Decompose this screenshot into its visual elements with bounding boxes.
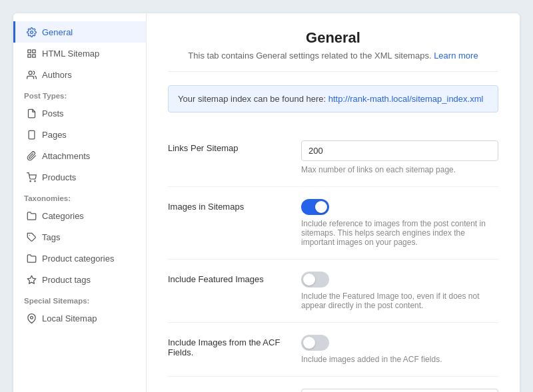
learn-more-link[interactable]: Learn more bbox=[434, 51, 478, 61]
location-icon bbox=[26, 313, 37, 323]
svg-rect-3 bbox=[27, 54, 30, 57]
sidebar-item-html-sitemap[interactable]: HTML Sitemap bbox=[13, 43, 146, 64]
setting-include-featured-images: Include Featured Images Include the Feat… bbox=[168, 260, 498, 323]
help-include-acf-images: Include images added in the ACF fields. bbox=[301, 355, 498, 364]
section-label-taxonomies: Taxonomies: bbox=[13, 188, 146, 205]
users-icon bbox=[26, 69, 37, 80]
section-label-post-types: Post Types: bbox=[13, 85, 146, 102]
toggle-include-featured-images[interactable] bbox=[301, 272, 329, 288]
sidebar-label-product-categories: Product categories bbox=[42, 254, 114, 264]
sidebar: General HTML Sitemap Authors bbox=[13, 13, 147, 392]
label-links-per-sitemap: Links Per Sitemap bbox=[168, 140, 288, 153]
input-exclude-posts[interactable] bbox=[301, 389, 498, 392]
sidebar-label-posts: Posts bbox=[42, 108, 64, 118]
setting-links-per-sitemap: Links Per Sitemap Max number of links on… bbox=[168, 128, 498, 187]
sidebar-item-tags[interactable]: Tags bbox=[13, 226, 146, 248]
input-links-per-sitemap[interactable] bbox=[301, 140, 498, 161]
svg-point-10 bbox=[30, 316, 33, 319]
sidebar-item-product-categories[interactable]: Product categories bbox=[13, 248, 146, 269]
sidebar-label-authors: Authors bbox=[42, 70, 72, 80]
grid-icon bbox=[26, 48, 37, 59]
sidebar-label-products: Products bbox=[42, 172, 76, 182]
label-exclude-posts: Exclude Posts bbox=[168, 389, 288, 392]
svg-point-8 bbox=[34, 180, 35, 181]
sidebar-item-products[interactable]: Products bbox=[13, 166, 146, 188]
control-exclude-posts bbox=[301, 389, 498, 392]
cart-icon bbox=[26, 172, 37, 182]
sidebar-label-general: General bbox=[42, 27, 73, 37]
toggle-include-acf-images[interactable] bbox=[301, 335, 329, 351]
control-include-featured-images: Include the Featured Image too, even if … bbox=[301, 272, 498, 310]
content-header: General This tab contains General settin… bbox=[168, 29, 498, 72]
info-banner-text: Your sitemap index can be found here: bbox=[178, 94, 326, 104]
info-banner: Your sitemap index can be found here: ht… bbox=[168, 85, 498, 112]
folder-open-icon bbox=[26, 253, 37, 264]
label-include-featured-images: Include Featured Images bbox=[168, 272, 288, 284]
section-label-special-sitemaps: Special Sitemaps: bbox=[13, 290, 146, 307]
page-title: General bbox=[168, 29, 498, 47]
setting-include-acf-images: Include Images from the ACF Fields. Incl… bbox=[168, 323, 498, 377]
sidebar-label-pages: Pages bbox=[42, 130, 67, 140]
sidebar-item-local-sitemap[interactable]: Local Sitemap bbox=[13, 307, 146, 329]
control-include-acf-images: Include images added in the ACF fields. bbox=[301, 335, 498, 364]
sidebar-label-html-sitemap: HTML Sitemap bbox=[42, 49, 99, 59]
paperclip-icon bbox=[26, 150, 37, 161]
svg-point-5 bbox=[29, 71, 32, 74]
sidebar-label-attachments: Attachments bbox=[42, 151, 90, 161]
help-links-per-sitemap: Max number of links on each sitemap page… bbox=[301, 165, 498, 174]
tag-icon bbox=[26, 232, 37, 242]
sidebar-item-pages[interactable]: Pages bbox=[13, 124, 146, 145]
svg-rect-1 bbox=[27, 49, 30, 52]
sidebar-label-categories: Categories bbox=[42, 211, 84, 221]
setting-images-in-sitemaps: Images in Sitemaps Include reference to … bbox=[168, 187, 498, 260]
sidebar-label-tags: Tags bbox=[42, 232, 60, 242]
folder-icon bbox=[26, 210, 37, 221]
main-card: General HTML Sitemap Authors bbox=[13, 13, 520, 392]
setting-exclude-posts: Exclude Posts bbox=[168, 377, 498, 392]
sidebar-item-general[interactable]: General bbox=[13, 21, 146, 43]
diamond-icon bbox=[26, 274, 37, 285]
gear-icon bbox=[26, 27, 37, 37]
sidebar-item-product-tags[interactable]: Product tags bbox=[13, 269, 146, 290]
sidebar-label-local-sitemap: Local Sitemap bbox=[42, 313, 97, 323]
svg-point-0 bbox=[30, 31, 33, 33]
sitemap-link[interactable]: http://rank-math.local/sitemap_index.xml bbox=[328, 94, 484, 104]
subtitle-text: This tab contains General settings relat… bbox=[188, 51, 431, 61]
control-links-per-sitemap: Max number of links on each sitemap page… bbox=[301, 140, 498, 174]
sidebar-item-categories[interactable]: Categories bbox=[13, 205, 146, 226]
outer-container: General HTML Sitemap Authors bbox=[0, 0, 533, 392]
label-images-in-sitemaps: Images in Sitemaps bbox=[168, 199, 288, 212]
label-include-acf-images: Include Images from the ACF Fields. bbox=[168, 335, 288, 357]
file-icon bbox=[26, 108, 37, 118]
page-subtitle: This tab contains General settings relat… bbox=[168, 51, 498, 61]
help-include-featured-images: Include the Featured Image too, even if … bbox=[301, 292, 498, 310]
toggle-images-in-sitemaps[interactable] bbox=[301, 199, 329, 215]
sidebar-item-authors[interactable]: Authors bbox=[13, 64, 146, 85]
svg-rect-2 bbox=[32, 49, 35, 52]
pages-icon bbox=[26, 129, 37, 140]
sidebar-item-attachments[interactable]: Attachments bbox=[13, 145, 146, 166]
control-images-in-sitemaps: Include reference to images from the pos… bbox=[301, 199, 498, 247]
svg-rect-6 bbox=[29, 130, 35, 139]
sidebar-label-product-tags: Product tags bbox=[42, 275, 91, 285]
svg-point-7 bbox=[30, 180, 31, 181]
svg-rect-4 bbox=[32, 54, 35, 57]
main-content: General This tab contains General settin… bbox=[147, 13, 520, 392]
sidebar-item-posts[interactable]: Posts bbox=[13, 102, 146, 124]
help-images-in-sitemaps: Include reference to images from the pos… bbox=[301, 219, 498, 247]
